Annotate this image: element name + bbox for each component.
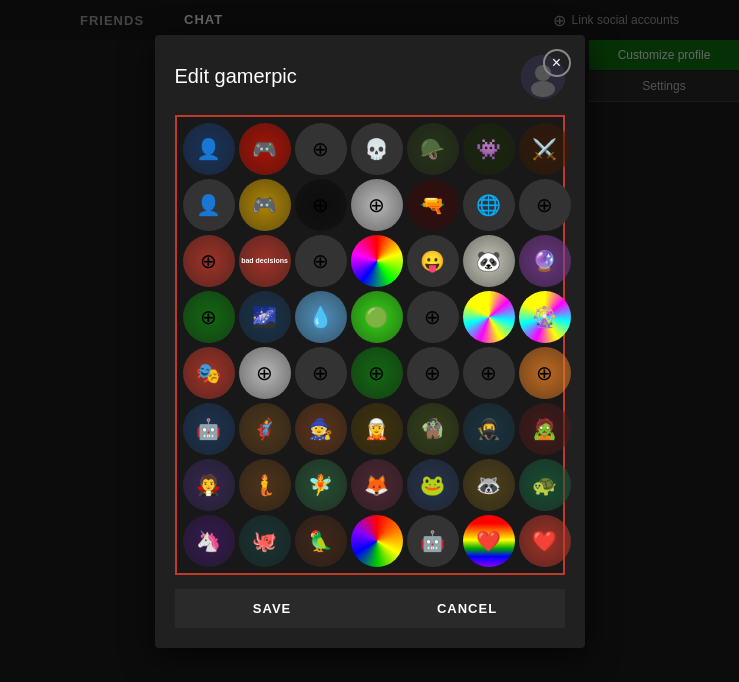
modal-overlay: Edit gamerpic × 👤🎮⊕💀🪖👾⚔️👤🎮⊕⊕🔫🌐⊕⊕bad deci… [0, 0, 739, 682]
gamerpic-item-13[interactable]: 🌐 [463, 179, 515, 231]
cancel-button[interactable]: CANCEL [370, 589, 565, 628]
gamerpic-item-6[interactable]: 👾 [463, 123, 515, 175]
gamerpic-item-28[interactable]: 🎡 [519, 291, 571, 343]
gamerpic-item-23[interactable]: 🌌 [239, 291, 291, 343]
gamerpic-item-9[interactable]: 🎮 [239, 179, 291, 231]
edit-gamerpic-modal: Edit gamerpic × 👤🎮⊕💀🪖👾⚔️👤🎮⊕⊕🔫🌐⊕⊕bad deci… [155, 35, 585, 648]
gamerpic-item-7[interactable]: ⚔️ [519, 123, 571, 175]
gamerpic-item-10[interactable]: ⊕ [295, 179, 347, 231]
gamerpic-item-8[interactable]: 👤 [183, 179, 235, 231]
gamerpic-item-27[interactable] [463, 291, 515, 343]
gamerpic-item-20[interactable]: 🐼 [463, 235, 515, 287]
gamerpic-item-38[interactable]: 🧙 [295, 403, 347, 455]
gamerpic-item-18[interactable] [351, 235, 403, 287]
gamerpic-item-11[interactable]: ⊕ [351, 179, 403, 231]
gamerpic-item-56[interactable]: ❤️ [519, 515, 571, 567]
modal-footer: SAVE CANCEL [175, 589, 565, 628]
gamerpic-item-43[interactable]: 🧛 [183, 459, 235, 511]
gamerpic-item-48[interactable]: 🦝 [463, 459, 515, 511]
svg-point-2 [531, 81, 555, 97]
gamerpic-item-16[interactable]: bad decisions [239, 235, 291, 287]
gamerpic-item-39[interactable]: 🧝 [351, 403, 403, 455]
gamerpic-item-49[interactable]: 🐢 [519, 459, 571, 511]
gamerpic-item-52[interactable]: 🦜 [295, 515, 347, 567]
gamerpic-item-3[interactable]: ⊕ [295, 123, 347, 175]
gamerpic-item-24[interactable]: 💧 [295, 291, 347, 343]
gamerpic-item-51[interactable]: 🐙 [239, 515, 291, 567]
gamerpic-item-37[interactable]: 🦸 [239, 403, 291, 455]
gamerpic-item-15[interactable]: ⊕ [183, 235, 235, 287]
gamerpic-item-46[interactable]: 🦊 [351, 459, 403, 511]
gamerpic-grid: 👤🎮⊕💀🪖👾⚔️👤🎮⊕⊕🔫🌐⊕⊕bad decisions⊕😛🐼🔮⊕🌌💧🟢⊕🎡🎭… [183, 123, 557, 567]
gamerpic-item-12[interactable]: 🔫 [407, 179, 459, 231]
gamerpic-item-31[interactable]: ⊕ [295, 347, 347, 399]
gamerpic-item-30[interactable]: ⊕ [239, 347, 291, 399]
gamerpic-item-19[interactable]: 😛 [407, 235, 459, 287]
gamerpic-item-50[interactable]: 🦄 [183, 515, 235, 567]
gamerpic-item-2[interactable]: 🎮 [239, 123, 291, 175]
save-button[interactable]: SAVE [175, 589, 370, 628]
gamerpic-item-4[interactable]: 💀 [351, 123, 403, 175]
gamerpic-item-34[interactable]: ⊕ [463, 347, 515, 399]
gamerpic-item-40[interactable]: 🧌 [407, 403, 459, 455]
gamerpic-item-47[interactable]: 🐸 [407, 459, 459, 511]
gamerpic-item-5[interactable]: 🪖 [407, 123, 459, 175]
gamerpic-item-14[interactable]: ⊕ [519, 179, 571, 231]
gamerpic-item-22[interactable]: ⊕ [183, 291, 235, 343]
gamerpic-item-17[interactable]: ⊕ [295, 235, 347, 287]
gamerpic-item-53[interactable] [351, 515, 403, 567]
gamerpic-item-42[interactable]: 🧟 [519, 403, 571, 455]
gamerpic-item-25[interactable]: 🟢 [351, 291, 403, 343]
modal-header: Edit gamerpic [175, 55, 565, 99]
gamerpic-item-35[interactable]: ⊕ [519, 347, 571, 399]
gamerpic-item-54[interactable]: 🤖 [407, 515, 459, 567]
gamerpic-item-1[interactable]: 👤 [183, 123, 235, 175]
gamerpic-item-41[interactable]: 🥷 [463, 403, 515, 455]
modal-title: Edit gamerpic [175, 65, 509, 88]
gamerpic-item-32[interactable]: ⊕ [351, 347, 403, 399]
gamerpic-item-44[interactable]: 🧜 [239, 459, 291, 511]
gamerpic-item-36[interactable]: 🤖 [183, 403, 235, 455]
gamerpic-item-26[interactable]: ⊕ [407, 291, 459, 343]
gamerpic-item-45[interactable]: 🧚 [295, 459, 347, 511]
close-button[interactable]: × [543, 49, 571, 77]
gamerpic-grid-wrapper: 👤🎮⊕💀🪖👾⚔️👤🎮⊕⊕🔫🌐⊕⊕bad decisions⊕😛🐼🔮⊕🌌💧🟢⊕🎡🎭… [175, 115, 565, 575]
gamerpic-item-29[interactable]: 🎭 [183, 347, 235, 399]
gamerpic-item-33[interactable]: ⊕ [407, 347, 459, 399]
gamerpic-item-21[interactable]: 🔮 [519, 235, 571, 287]
gamerpic-item-55[interactable]: ❤️ [463, 515, 515, 567]
